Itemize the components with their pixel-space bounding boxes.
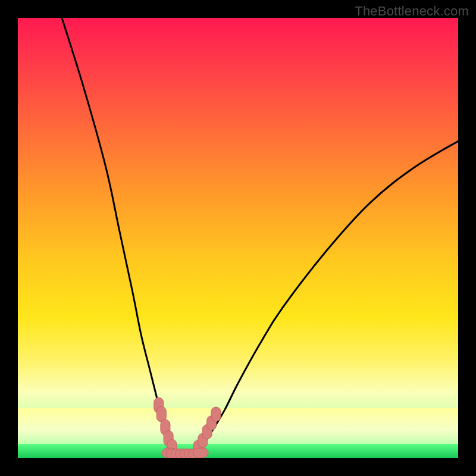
marker-right-4: [211, 407, 221, 421]
marker-valley-7: [193, 448, 208, 458]
plot-area: [18, 18, 458, 458]
watermark-text: TheBottleneck.com: [355, 4, 469, 19]
series-right-curve: [194, 141, 458, 453]
outer-frame: TheBottleneck.com: [0, 0, 476, 476]
curve-overlay: [18, 18, 458, 458]
series-left-curve: [62, 18, 176, 454]
